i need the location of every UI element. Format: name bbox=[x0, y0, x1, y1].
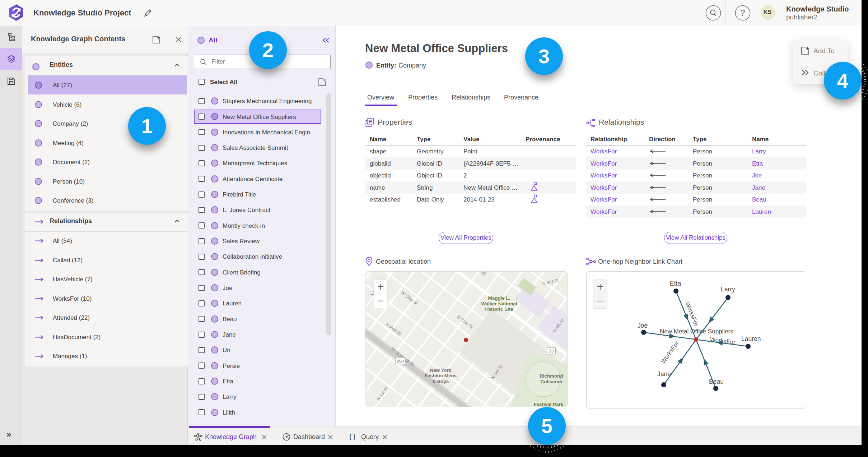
svg-text:Historic Site: Historic Site bbox=[485, 306, 513, 312]
svg-text:Etta: Etta bbox=[670, 280, 681, 287]
svg-text:Joe: Joe bbox=[638, 322, 648, 329]
svg-text:Beau: Beau bbox=[709, 378, 724, 385]
svg-text:Jane: Jane bbox=[657, 370, 671, 378]
svg-text:Lauren: Lauren bbox=[741, 335, 761, 342]
svg-text:Walker National: Walker National bbox=[481, 301, 517, 306]
svg-text:Coliseum: Coliseum bbox=[541, 379, 562, 384]
svg-text:Festival Park: Festival Park bbox=[533, 402, 563, 407]
svg-text:Richmond: Richmond bbox=[540, 373, 563, 379]
svg-text:Larry: Larry bbox=[721, 286, 735, 293]
svg-text:New Metal Office Suppliers: New Metal Office Suppliers bbox=[660, 328, 733, 335]
svg-text:& Boys: & Boys bbox=[432, 379, 449, 384]
svg-text:250: 250 bbox=[397, 359, 403, 363]
svg-text:Maggie L.: Maggie L. bbox=[488, 295, 510, 301]
svg-text:33: 33 bbox=[549, 349, 554, 353]
svg-text:Fashion Mens: Fashion Mens bbox=[425, 373, 457, 378]
svg-text:?: ? bbox=[741, 8, 745, 18]
svg-text:New York: New York bbox=[430, 368, 451, 373]
